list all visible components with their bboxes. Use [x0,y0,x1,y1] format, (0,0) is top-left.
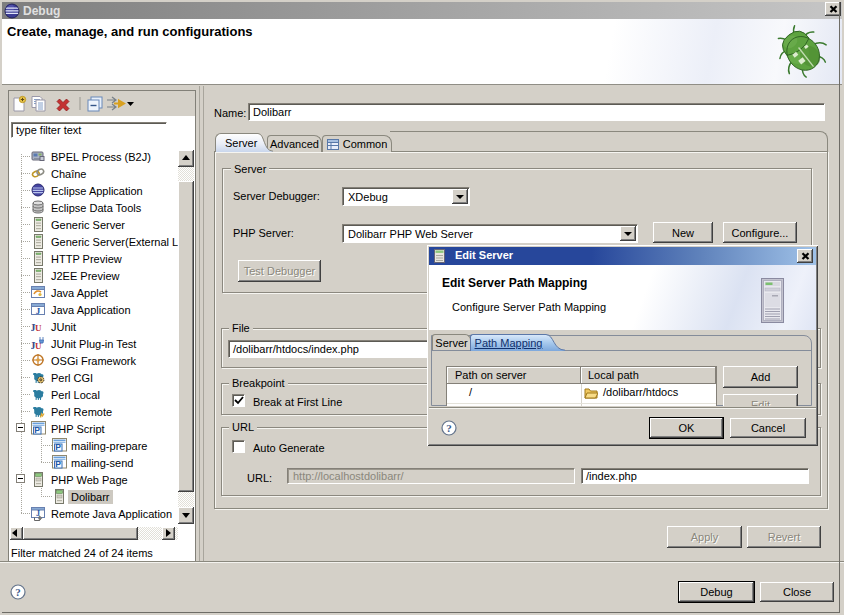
svg-text:?: ? [446,422,452,434]
svg-text:P: P [55,442,61,452]
svg-text:?: ? [15,586,21,598]
svg-text:P: P [55,459,61,469]
svg-text:JU: JU [31,321,42,333]
svg-text:J: J [36,306,41,316]
svg-text:P: P [34,425,40,435]
